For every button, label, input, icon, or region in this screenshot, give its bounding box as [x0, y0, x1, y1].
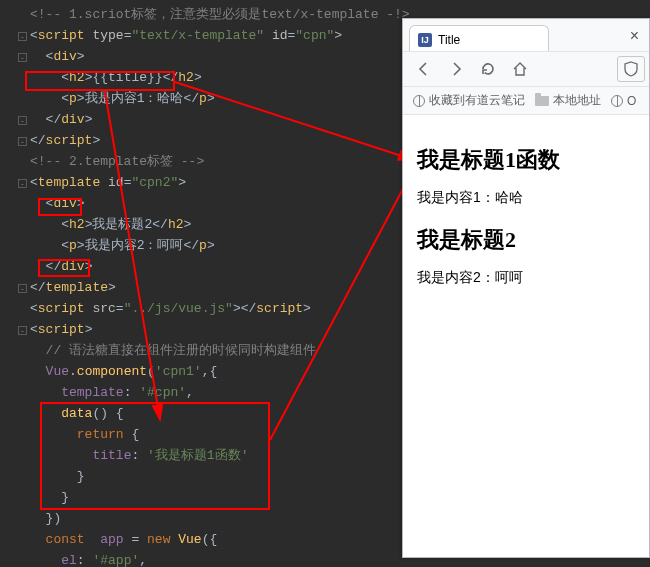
rendered-heading-1: 我是标题1函数: [417, 145, 635, 175]
code-line[interactable]: }: [18, 466, 402, 487]
bookmarks-bar: 收藏到有道云笔记 本地地址 O: [403, 87, 649, 115]
code-line[interactable]: <p>我是内容1：哈哈</p>: [18, 88, 402, 109]
fold-icon[interactable]: -: [18, 326, 27, 335]
code-line[interactable]: title: '我是标题1函数': [18, 445, 402, 466]
back-icon[interactable]: [415, 60, 433, 78]
fold-icon[interactable]: -: [18, 179, 27, 188]
fold-icon[interactable]: -: [18, 53, 27, 62]
close-icon[interactable]: ×: [630, 27, 639, 45]
favicon-icon: IJ: [418, 33, 432, 47]
browser-tab-title: Title: [438, 33, 460, 47]
browser-page: 我是标题1函数 我是内容1：哈哈 我是标题2 我是内容2：呵呵: [403, 115, 649, 557]
code-editor[interactable]: <!-- 1.scriot标签，注意类型必须是text/x-template -…: [0, 0, 402, 567]
forward-icon[interactable]: [447, 60, 465, 78]
browser-tab[interactable]: IJ Title: [409, 25, 549, 51]
code-line[interactable]: -<template id="cpn2">: [18, 172, 402, 193]
fold-icon[interactable]: -: [18, 137, 27, 146]
bookmark-item[interactable]: 收藏到有道云笔记: [413, 92, 525, 109]
code-area[interactable]: <!-- 1.scriot标签，注意类型必须是text/x-template -…: [18, 4, 402, 567]
code-line[interactable]: -</script>: [18, 130, 402, 151]
code-line[interactable]: -<script>: [18, 319, 402, 340]
code-line[interactable]: <script src="../js/vue.js"></script>: [18, 298, 402, 319]
folder-icon: [535, 96, 549, 106]
code-line[interactable]: }): [18, 508, 402, 529]
browser-window: IJ Title × 收藏到有道云笔记 本地地址: [402, 18, 650, 558]
code-line[interactable]: -</template>: [18, 277, 402, 298]
code-line[interactable]: el: '#app',: [18, 550, 402, 567]
browser-tabbar: IJ Title ×: [403, 19, 649, 51]
fold-icon[interactable]: -: [18, 284, 27, 293]
code-line[interactable]: <p>我是内容2：呵呵</p>: [18, 235, 402, 256]
code-line[interactable]: }: [18, 487, 402, 508]
home-icon[interactable]: [511, 60, 529, 78]
rendered-paragraph-2: 我是内容2：呵呵: [417, 269, 635, 287]
browser-navbar: [403, 51, 649, 87]
code-line[interactable]: <h2>我是标题2</h2>: [18, 214, 402, 235]
code-line[interactable]: const app = new Vue({: [18, 529, 402, 550]
code-line[interactable]: - </div>: [18, 109, 402, 130]
bookmark-item[interactable]: 本地地址: [535, 92, 601, 109]
code-line[interactable]: <!-- 1.scriot标签，注意类型必须是text/x-template -…: [18, 4, 402, 25]
reload-icon[interactable]: [479, 60, 497, 78]
code-line[interactable]: Vue.component('cpn1',{: [18, 361, 402, 382]
bookmark-label: 收藏到有道云笔记: [429, 92, 525, 109]
rendered-paragraph-1: 我是内容1：哈哈: [417, 189, 635, 207]
code-line[interactable]: data() {: [18, 403, 402, 424]
code-line[interactable]: - <div>: [18, 46, 402, 67]
code-line[interactable]: // 语法糖直接在组件注册的时候同时构建组件: [18, 340, 402, 361]
code-line[interactable]: template: '#cpn',: [18, 382, 402, 403]
bookmark-item[interactable]: O: [611, 94, 636, 108]
code-line[interactable]: -<script type="text/x-template" id="cpn"…: [18, 25, 402, 46]
fold-icon[interactable]: -: [18, 32, 27, 41]
code-line[interactable]: <!-- 2.template标签 -->: [18, 151, 402, 172]
globe-icon: [413, 95, 425, 107]
bookmark-label: 本地地址: [553, 92, 601, 109]
globe-icon: [611, 95, 623, 107]
shield-icon[interactable]: [617, 56, 645, 82]
fold-icon[interactable]: -: [18, 116, 27, 125]
code-line[interactable]: <h2>{{title}}</h2>: [18, 67, 402, 88]
bookmark-label: O: [627, 94, 636, 108]
code-line[interactable]: </div>: [18, 256, 402, 277]
code-line[interactable]: return {: [18, 424, 402, 445]
rendered-heading-2: 我是标题2: [417, 225, 635, 255]
code-line[interactable]: <div>: [18, 193, 402, 214]
